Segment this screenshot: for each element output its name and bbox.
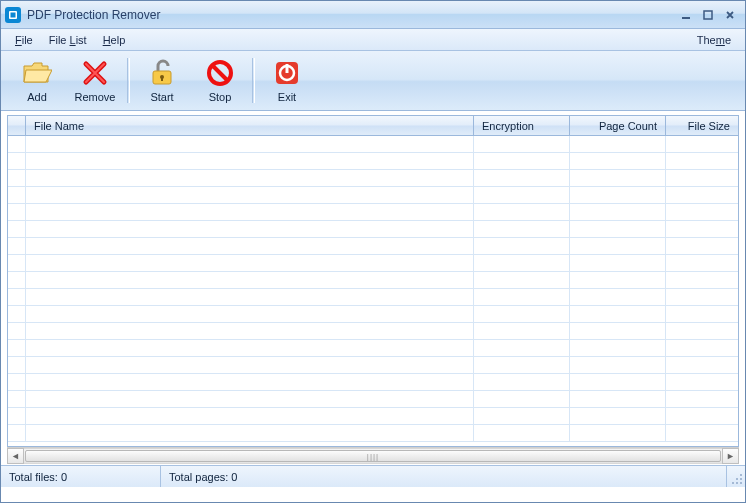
table-row [8,204,738,221]
scroll-right-button[interactable]: ► [722,448,739,464]
column-header-pagecount[interactable]: Page Count [570,116,666,135]
start-label: Start [150,91,173,103]
scroll-thumb[interactable]: |||| [25,450,721,462]
menubar: File File List Help Theme [1,29,745,51]
remove-label: Remove [75,91,116,103]
content-area: File Name Encryption Page Count File Siz… [1,111,745,465]
table-row [8,408,738,425]
delete-x-icon [80,58,110,88]
menu-file[interactable]: File [7,29,41,50]
minimize-button[interactable] [675,6,697,24]
svg-rect-10 [286,64,289,73]
folder-open-icon [22,58,52,88]
svg-point-13 [740,478,742,480]
unlock-icon [147,58,177,88]
horizontal-scrollbar[interactable]: ◄ |||| ► [7,447,739,464]
menu-theme[interactable]: Theme [689,29,739,50]
exit-label: Exit [278,91,296,103]
table-row [8,153,738,170]
statusbar: Total files: 0 Total pages: 0 [1,465,745,487]
menu-help[interactable]: Help [95,29,134,50]
svg-point-11 [740,474,742,476]
grid-body[interactable] [8,136,738,446]
svg-rect-2 [682,17,690,19]
start-button[interactable]: Start [133,55,191,106]
stop-button[interactable]: Stop [191,55,249,106]
svg-point-14 [732,482,734,484]
status-total-files: Total files: 0 [1,466,161,487]
table-row [8,187,738,204]
exit-button[interactable]: Exit [258,55,316,106]
window-title: PDF Protection Remover [27,8,160,22]
table-row [8,340,738,357]
resize-grip-icon[interactable] [727,466,745,487]
add-label: Add [27,91,47,103]
table-row [8,255,738,272]
column-header-filesize[interactable]: File Size [666,116,738,135]
app-icon [5,7,21,23]
stop-prohibit-icon [205,58,235,88]
scroll-left-button[interactable]: ◄ [7,448,24,464]
toolbar: Add Remove Start Stop Exit [1,51,745,111]
grid-header: File Name Encryption Page Count File Siz… [8,116,738,136]
scroll-track[interactable]: |||| [24,448,722,464]
close-button[interactable] [719,6,741,24]
maximize-button[interactable] [697,6,719,24]
table-row [8,357,738,374]
table-row [8,238,738,255]
table-row [8,323,738,340]
svg-point-16 [740,482,742,484]
table-row [8,306,738,323]
table-row [8,136,738,153]
add-button[interactable]: Add [8,55,66,106]
svg-rect-1 [11,12,16,17]
table-row [8,170,738,187]
svg-point-12 [736,478,738,480]
table-row [8,374,738,391]
table-row [8,391,738,408]
remove-button[interactable]: Remove [66,55,124,106]
table-row [8,221,738,238]
power-icon [272,58,302,88]
status-total-pages: Total pages: 0 [161,466,727,487]
file-grid[interactable]: File Name Encryption Page Count File Siz… [7,115,739,447]
toolbar-separator [127,58,130,103]
column-header-filename[interactable]: File Name [26,116,474,135]
table-row [8,289,738,306]
stop-label: Stop [209,91,232,103]
titlebar: PDF Protection Remover [1,1,745,29]
toolbar-separator [252,58,255,103]
menu-filelist[interactable]: File List [41,29,95,50]
svg-rect-6 [161,77,163,81]
svg-rect-3 [704,11,712,19]
svg-point-15 [736,482,738,484]
column-header-rownum[interactable] [8,116,26,135]
column-header-encryption[interactable]: Encryption [474,116,570,135]
table-row [8,425,738,442]
table-row [8,272,738,289]
